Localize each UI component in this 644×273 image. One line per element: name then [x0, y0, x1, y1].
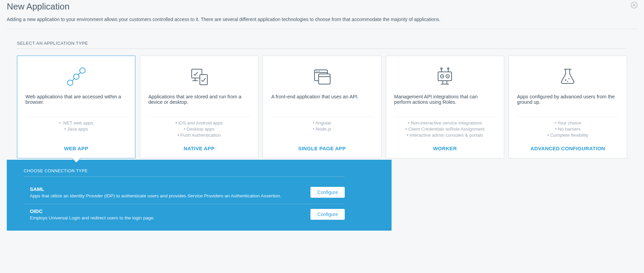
- svg-rect-9: [200, 75, 207, 85]
- configure-button-oidc[interactable]: Configure: [310, 209, 345, 220]
- list-item: No barriers: [517, 126, 619, 132]
- app-type-desc: Web applications that are accessed withi…: [17, 90, 135, 112]
- app-type-desc: Management API integrations that can per…: [386, 90, 504, 112]
- connection-option-oidc: OIDC Employs Universal Login and redirec…: [24, 204, 345, 220]
- svg-point-13: [318, 71, 318, 72]
- page-description: Adding a new application to your environ…: [7, 17, 637, 22]
- app-type-desc: Apps configured by advanced users from t…: [509, 90, 627, 112]
- app-type-card-web-app[interactable]: Web applications that are accessed withi…: [17, 56, 135, 158]
- app-type-examples: .NET web apps Java apps: [17, 120, 135, 134]
- app-type-card-single-page-app[interactable]: A front-end application that uses an API…: [263, 56, 381, 158]
- app-type-label: ADVANCED CONFIGURATION: [509, 141, 627, 158]
- app-type-card-advanced-configuration[interactable]: Apps configured by advanced users from t…: [509, 56, 627, 158]
- list-item: Non-interactive service integrations: [394, 120, 496, 126]
- app-type-card-native-app[interactable]: Applications that are stored and run fro…: [140, 56, 258, 158]
- single-page-app-icon: [310, 64, 334, 89]
- list-item: Client Credentials w/Role Assignment: [394, 126, 496, 132]
- app-type-examples: Non-interactive service integrations Cli…: [386, 120, 504, 141]
- list-item: Angular: [271, 120, 373, 126]
- app-type-label: NATIVE APP: [140, 141, 258, 158]
- list-item: Interactive admin consoles & portals: [394, 132, 496, 138]
- svg-point-30: [565, 79, 566, 81]
- svg-line-5: [72, 79, 74, 81]
- list-item: Complete flexibility: [517, 132, 619, 138]
- svg-point-3: [68, 80, 73, 85]
- connection-name: SAML: [30, 186, 281, 192]
- app-type-label: SINGLE PAGE APP: [263, 141, 381, 158]
- svg-point-25: [448, 68, 449, 69]
- connection-desc: Apps that utilize an Identity Provider (…: [30, 193, 281, 198]
- svg-point-23: [441, 68, 442, 69]
- app-type-card-worker[interactable]: Management API integrations that can per…: [386, 56, 504, 158]
- close-button[interactable]: [630, 1, 638, 9]
- app-type-cards: Web applications that are accessed withi…: [17, 56, 627, 158]
- svg-point-12: [316, 71, 317, 72]
- app-type-label: WEB APP: [17, 141, 135, 158]
- connection-desc: Employs Universal Login and redirect use…: [30, 215, 155, 220]
- app-type-desc: A front-end application that uses an API…: [263, 90, 381, 112]
- svg-point-2: [74, 74, 79, 79]
- header-divider: [7, 29, 637, 29]
- connection-name: OIDC: [30, 208, 155, 214]
- svg-line-4: [78, 73, 80, 75]
- svg-point-14: [319, 71, 320, 72]
- list-item: Node.js: [271, 126, 373, 132]
- worker-icon: [433, 64, 457, 89]
- close-icon: [630, 1, 638, 9]
- svg-point-21: [447, 76, 448, 77]
- svg-point-1: [80, 68, 85, 73]
- list-item: iOS and Android apps: [148, 120, 250, 126]
- svg-point-32: [567, 81, 568, 82]
- app-type-examples: Your choice No barriers Complete flexibi…: [509, 120, 627, 141]
- list-item: Java apps: [25, 126, 127, 132]
- list-item: Push Authentication: [148, 132, 250, 138]
- svg-point-20: [442, 76, 443, 77]
- connection-section-label: CHOOSE CONNECTION TYPE: [24, 169, 345, 177]
- page-title: New Application: [7, 1, 637, 12]
- native-app-icon: [187, 64, 211, 89]
- section-label: SELECT AN APPLICATION TYPE: [17, 41, 627, 49]
- list-item: Desktop apps: [148, 126, 250, 132]
- list-item: Your choice: [517, 120, 619, 126]
- app-type-label: WORKER: [386, 141, 504, 158]
- connection-type-panel: CHOOSE CONNECTION TYPE SAML Apps that ut…: [7, 160, 392, 231]
- app-type-desc: Applications that are stored and run fro…: [140, 90, 258, 112]
- list-item: .NET web apps: [25, 120, 127, 126]
- app-type-examples: Angular Node.js: [263, 120, 381, 134]
- configure-button-saml[interactable]: Configure: [310, 187, 345, 198]
- app-type-examples: iOS and Android apps Desktop apps Push A…: [140, 120, 258, 141]
- connection-option-saml: SAML Apps that utilize an Identity Provi…: [24, 182, 345, 204]
- svg-rect-15: [319, 74, 330, 84]
- svg-point-31: [569, 78, 570, 79]
- advanced-config-icon: [555, 64, 580, 89]
- web-app-icon: [64, 64, 89, 89]
